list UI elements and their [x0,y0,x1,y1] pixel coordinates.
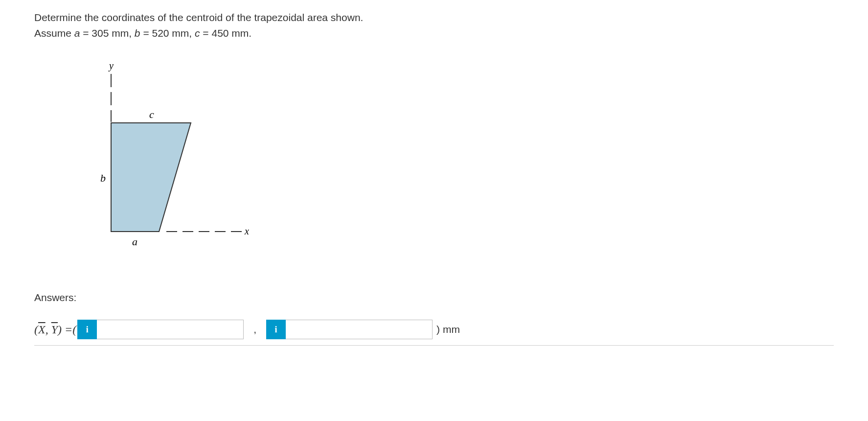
trapezoid-shape [111,123,191,232]
problem-line-2: Assume a = 305 mm, b = 520 mm, c = 450 m… [34,25,834,41]
answer-formula: (X, Y) =( [34,321,76,338]
x-bar: X [38,323,46,336]
answers-heading: Answers: [34,290,834,305]
assume-text: Assume [34,27,74,39]
x-coord-input[interactable] [97,320,244,339]
paren-open: ( [34,323,38,336]
problem-line-1: Determine the coordinates of the centroi… [34,10,834,25]
comma-separator: , [253,322,256,337]
var-c: c [195,27,200,39]
x-axis-label: x [244,226,249,236]
dim-a: a [132,235,137,248]
y-axis-label: y [108,60,114,71]
info-icon-x[interactable]: i [77,320,97,339]
val-b: = 520 mm, [140,27,195,39]
var-a: a [74,27,80,39]
closing-unit: ) mm [436,322,460,337]
val-a: = 305 mm, [80,27,134,39]
var-b: b [135,27,140,39]
y-bar: Y [51,323,58,336]
equals-paren: ) =( [58,323,76,336]
val-c: = 450 mm. [200,27,252,39]
unit-mm: mm [443,324,460,335]
dim-b: b [100,172,106,184]
paren-close: ) [436,324,440,335]
dim-c: c [149,108,154,120]
y-coord-input[interactable] [286,320,433,339]
answer-row: (X, Y) =( i , i ) mm [34,320,834,346]
info-icon-y[interactable]: i [266,320,286,339]
problem-statement: Determine the coordinates of the centroi… [34,10,834,41]
trapezoid-diagram: y x c b a [64,60,834,260]
